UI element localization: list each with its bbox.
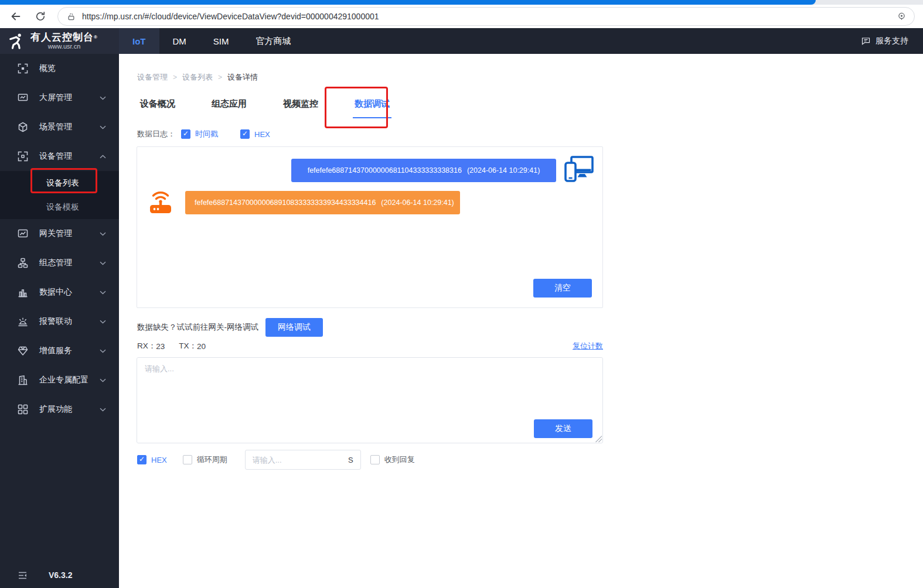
sidebar-item-enterprise-config[interactable]: 企业专属配置 (0, 365, 119, 395)
sidebar-item-label: 场景管理 (39, 122, 100, 132)
sidebar-item-alarm[interactable]: 报警联动 (0, 307, 119, 336)
browser-tabstrip (0, 0, 923, 5)
chevron-down-icon (100, 96, 106, 100)
cycle-interval-input[interactable] (253, 456, 348, 464)
hex-send-checkbox[interactable] (137, 455, 147, 464)
url-text[interactable]: https://mp.usr.cn/#/cloud/device/ViewDev… (82, 12, 890, 21)
sidebar-item-extensions[interactable]: 扩展功能 (0, 395, 119, 424)
cycle-label[interactable]: 循环周期 (197, 454, 227, 465)
browser-active-tab[interactable] (0, 0, 816, 5)
big-screen-icon (18, 93, 28, 103)
devices-icon (564, 156, 594, 184)
data-center-icon (18, 287, 28, 298)
router-icon (149, 189, 172, 214)
breadcrumb-item[interactable]: 设备管理 (137, 72, 168, 83)
resize-handle-icon[interactable] (595, 436, 602, 442)
sidebar-subitem-label: 设备模板 (46, 202, 79, 213)
nav-label: DM (173, 36, 186, 46)
sidebar-item-label: 大屏管理 (39, 93, 100, 103)
sidebar-item-label: 企业专属配置 (39, 375, 100, 385)
sidebar-item-label: 数据中心 (39, 287, 100, 298)
sidebar-item-label: 网关管理 (39, 228, 100, 239)
tab-device-overview[interactable]: 设备概况 (138, 98, 177, 118)
sidebar-item-overview[interactable]: 概览 (0, 54, 119, 83)
nav-item-sim[interactable]: SIM (200, 28, 243, 54)
service-support-label: 服务支持 (876, 36, 908, 46)
chevron-down-icon (100, 349, 106, 353)
sidebar-item-device-template[interactable]: 设备模板 (0, 195, 119, 219)
sidebar-item-device-list[interactable]: 设备列表 (0, 171, 119, 195)
tab-video-monitor[interactable]: 视频监控 (281, 98, 320, 118)
site-info-lock-icon[interactable] (67, 12, 76, 21)
nav-item-dm[interactable]: DM (159, 28, 200, 54)
sidebar-item-device-management[interactable]: 设备管理 (0, 142, 119, 171)
device-management-submenu: 设备列表 设备模板 (0, 171, 119, 219)
chevron-down-icon (100, 378, 106, 382)
back-button[interactable] (9, 9, 23, 23)
breadcrumb: 设备管理 > 设备列表 > 设备详情 (137, 72, 258, 83)
network-debug-row: 数据缺失？试试前往网关-网络调试 网络调试 (137, 318, 323, 337)
nav-item-mall[interactable]: 官方商城 (243, 28, 305, 54)
sidebar-item-value-added[interactable]: 增值服务 (0, 336, 119, 365)
timestamp-label[interactable]: 时间戳 (195, 129, 218, 139)
logo[interactable]: 有人云控制台® www.usr.cn (0, 28, 119, 54)
chevron-down-icon (100, 320, 106, 324)
configuration-icon (18, 258, 28, 268)
nav-item-iot[interactable]: IoT (119, 28, 159, 54)
reply-label[interactable]: 收到回复 (384, 454, 415, 465)
service-support-button[interactable]: 服务支持 (861, 28, 923, 54)
sidebar-item-label: 增值服务 (39, 346, 100, 356)
network-debug-button[interactable]: 网络调试 (265, 318, 323, 337)
sent-message-hex: fefefefe68871437000000681104333333338316 (308, 166, 462, 175)
send-data-box: 发送 (137, 357, 603, 443)
enterprise-icon (18, 375, 28, 385)
sidebar-item-configuration[interactable]: 组态管理 (0, 248, 119, 278)
clear-button[interactable]: 清空 (533, 279, 592, 298)
reset-counter-link[interactable]: 复位计数 (573, 341, 603, 351)
logo-title: 有人云控制台® (30, 32, 98, 43)
sidebar-subitem-label: 设备列表 (46, 178, 79, 189)
hex-log-label[interactable]: HEX (254, 130, 270, 139)
hex-log-checkbox[interactable] (240, 129, 250, 139)
value-added-icon (18, 346, 28, 356)
sidebar-item-data-center[interactable]: 数据中心 (0, 278, 119, 307)
refresh-icon (35, 11, 46, 22)
tab-data-debug[interactable]: 数据调试 (353, 98, 391, 118)
sidebar-item-label: 报警联动 (39, 316, 100, 327)
collapse-menu-icon[interactable] (18, 570, 28, 580)
target-icon[interactable] (897, 12, 907, 22)
received-message-bubble: fefefe6887143700000068910833333333934433… (185, 191, 460, 214)
sidebar: 概览 大屏管理 场景管理 设备管理 设备列表 设备模板 (0, 54, 119, 588)
tab-configuration-app[interactable]: 组态应用 (210, 98, 248, 118)
breadcrumb-item-current: 设备详情 (227, 72, 258, 83)
app-header: 有人云控制台® www.usr.cn IoT DM SIM 官方商城 服务支持 (0, 28, 923, 54)
sidebar-item-label: 组态管理 (39, 258, 100, 268)
reply-checkbox[interactable] (370, 455, 380, 464)
sent-message-time: (2024-06-14 10:29:41) (467, 166, 540, 175)
nav-label: SIM (213, 36, 229, 46)
sidebar-item-big-screen[interactable]: 大屏管理 (0, 83, 119, 112)
sidebar-footer: V6.3.2 (0, 562, 119, 588)
sidebar-item-gateway[interactable]: 网关管理 (0, 219, 119, 248)
hex-send-label[interactable]: HEX (151, 456, 167, 464)
browser-toolbar: https://mp.usr.cn/#/cloud/device/ViewDev… (0, 5, 923, 28)
chevron-down-icon (100, 261, 106, 265)
send-data-input[interactable] (137, 358, 602, 443)
cycle-checkbox[interactable] (183, 455, 192, 464)
timestamp-checkbox[interactable] (181, 129, 190, 139)
counter-row: RX： 23 TX： 20 复位计数 (137, 341, 603, 351)
sidebar-item-label: 概览 (39, 63, 106, 74)
sidebar-item-scene[interactable]: 场景管理 (0, 112, 119, 142)
alarm-icon (18, 316, 28, 327)
chevron-down-icon (100, 290, 106, 295)
send-button[interactable]: 发送 (534, 419, 592, 438)
breadcrumb-item[interactable]: 设备列表 (182, 72, 213, 83)
address-bar[interactable]: https://mp.usr.cn/#/cloud/device/ViewDev… (57, 7, 915, 26)
refresh-button[interactable] (33, 9, 47, 23)
logo-texts: 有人云控制台® www.usr.cn (30, 32, 98, 50)
chevron-down-icon (100, 232, 106, 236)
cycle-unit-label: S (348, 456, 353, 464)
breadcrumb-separator: > (173, 73, 177, 81)
data-missing-hint: 数据缺失？试试前往网关-网络调试 (137, 322, 258, 333)
chevron-up-icon (100, 155, 106, 159)
